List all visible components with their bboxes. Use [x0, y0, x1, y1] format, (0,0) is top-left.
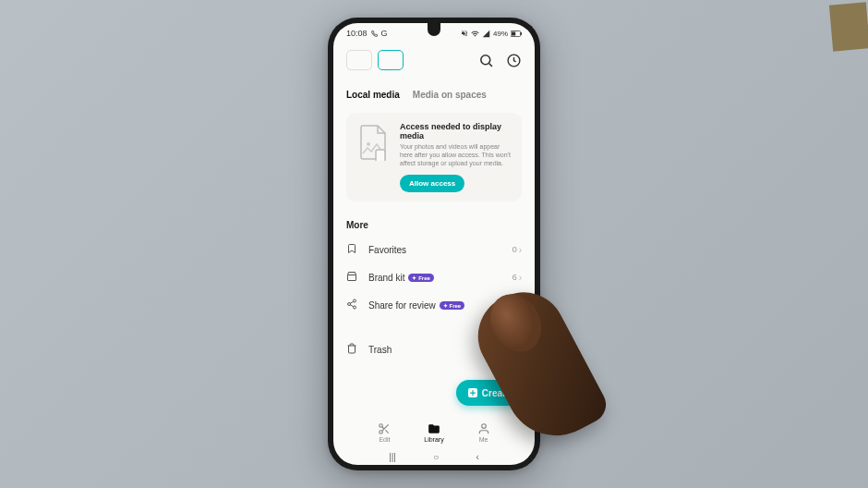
favorites-item[interactable]: Favorites 0 › [333, 236, 535, 263]
status-carrier: G [381, 29, 388, 38]
svg-point-13 [481, 424, 486, 429]
signal-icon [482, 30, 490, 38]
search-icon[interactable] [477, 52, 494, 68]
tab-local-media[interactable]: Local media [346, 90, 400, 100]
nav-me-label: Me [479, 436, 488, 443]
recents-button[interactable]: ||| [389, 452, 396, 462]
brand-kit-label: Brand kit [368, 273, 404, 283]
status-battery: 49% [493, 30, 508, 38]
bookmark-icon [346, 243, 361, 256]
free-badge: ✦ Free [440, 301, 464, 310]
home-button[interactable]: ○ [433, 452, 439, 462]
background-object [829, 2, 868, 51]
brandkit-icon [346, 271, 361, 284]
trash-label: Trash [368, 345, 392, 355]
access-card: Access needed to display media Your phot… [346, 113, 522, 201]
screen: 10:08 G 49% [333, 23, 535, 465]
back-button[interactable]: ‹ [476, 452, 479, 462]
plus-icon [467, 387, 478, 398]
svg-rect-1 [512, 31, 515, 35]
scissors-icon [377, 422, 392, 435]
brand-kit-count: 6 [512, 273, 517, 282]
nav-me[interactable]: Me [476, 422, 491, 443]
mute-icon [461, 30, 468, 37]
wifi-icon [471, 30, 479, 38]
more-heading: More [333, 207, 535, 236]
account-icon[interactable] [505, 52, 522, 68]
nav-edit[interactable]: Edit [377, 422, 392, 443]
chevron-right-icon: › [519, 273, 522, 283]
allow-access-button[interactable]: Allow access [400, 175, 464, 192]
svg-point-12 [380, 431, 383, 434]
favorites-count: 0 [512, 245, 517, 254]
bottom-nav: Edit Library Me [333, 417, 535, 448]
media-placeholder-icon [356, 122, 391, 163]
share-icon [346, 299, 361, 311]
status-time: 10:08 [346, 29, 368, 38]
person-icon [476, 422, 491, 435]
camera-notch [428, 23, 440, 36]
phone-icon [371, 30, 378, 37]
view-tab-2[interactable] [378, 50, 404, 70]
svg-point-9 [354, 306, 356, 309]
system-nav: ||| ○ ‹ [333, 450, 535, 463]
free-badge: ✦ Free [408, 274, 433, 282]
share-review-label: Share for review [368, 300, 436, 311]
svg-point-7 [354, 299, 356, 302]
access-title: Access needed to display media [400, 122, 512, 140]
svg-rect-6 [376, 150, 385, 161]
folder-icon [427, 422, 441, 435]
svg-rect-2 [521, 32, 522, 35]
svg-point-3 [480, 55, 489, 64]
svg-point-8 [348, 303, 351, 306]
media-tabs: Local media Media on spaces [333, 77, 535, 107]
top-bar [333, 43, 535, 77]
favorites-label: Favorites [368, 245, 406, 255]
access-body: Your photos and videos will appear here … [400, 142, 512, 167]
svg-point-5 [367, 142, 370, 146]
trash-icon [346, 343, 361, 356]
tab-media-spaces[interactable]: Media on spaces [413, 90, 487, 100]
svg-point-11 [380, 424, 383, 428]
nav-library-label: Library [424, 436, 443, 443]
nav-edit-label: Edit [379, 436, 390, 443]
nav-library[interactable]: Library [424, 422, 443, 443]
view-tab-1[interactable] [346, 50, 372, 70]
chevron-right-icon: › [519, 245, 522, 255]
brand-kit-item[interactable]: Brand kit ✦ Free 6 › [333, 263, 535, 291]
battery-icon [511, 30, 522, 37]
